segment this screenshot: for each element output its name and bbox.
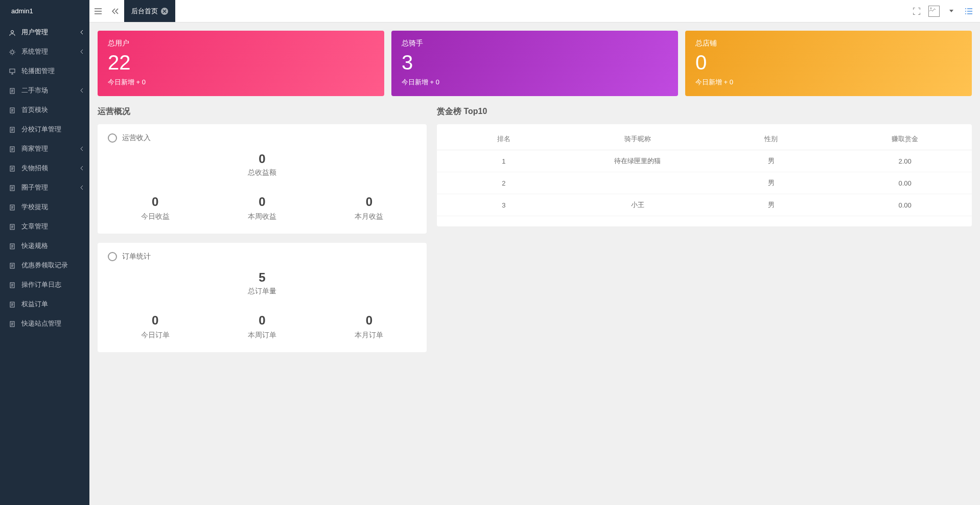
sidebar: admin1 用户管理系统管理轮播图管理二手市场首页模块分校订单管理商家管理失物… (0, 0, 89, 370)
fullscreen-button[interactable] (911, 5, 923, 17)
chevron-left-icon (80, 185, 83, 190)
ranking-title: 赏金榜 Top10 (437, 106, 972, 117)
metric-item: 0本月收益 (316, 195, 423, 221)
sidebar-header: admin1 (0, 0, 89, 22)
sidebar-item-label: 权益订单 (21, 300, 48, 308)
sidebar-item-10[interactable]: 文章管理 (0, 217, 89, 236)
doc-icon (9, 263, 17, 269)
svg-point-16 (930, 7, 931, 8)
doc-icon (9, 204, 17, 211)
card-header: 运营收入 (102, 133, 423, 147)
col-rank: 排名 (437, 128, 571, 150)
card-header-label: 订单统计 (122, 252, 151, 261)
doc-icon (9, 224, 17, 230)
close-icon (162, 9, 167, 13)
fullscreen-icon (913, 8, 920, 15)
income-total: 0 总收益额 (102, 147, 423, 181)
sidebar-item-label: 用户管理 (21, 28, 48, 36)
stat-value: 22 (108, 50, 374, 75)
cell-name (571, 172, 705, 194)
tab-home[interactable]: 后台首页 (124, 0, 175, 22)
metric-value: 0 (208, 195, 315, 209)
metric-value: 0 (102, 195, 208, 209)
card-header-label: 运营收入 (122, 133, 151, 143)
metric-label: 今日收益 (102, 212, 208, 221)
stat-sub: 今日新增 + 0 (108, 78, 374, 87)
metric-value: 0 (102, 313, 208, 328)
metric-value: 0 (316, 195, 423, 209)
metric-label: 总收益额 (102, 168, 423, 177)
metric-item: 0本周订单 (208, 313, 315, 340)
sidebar-item-6[interactable]: 商家管理 (0, 139, 89, 158)
cell-amount: 2.00 (838, 150, 972, 172)
sidebar-item-0[interactable]: 用户管理 (0, 22, 89, 42)
tab-close-button[interactable] (161, 8, 168, 15)
cell-amount: 0.00 (838, 194, 972, 216)
sidebar-item-1[interactable]: 系统管理 (0, 42, 89, 61)
doc-icon (9, 243, 17, 249)
card-header: 订单统计 (102, 252, 423, 265)
dropdown-button[interactable] (945, 5, 958, 17)
doc-icon (9, 127, 17, 133)
topbar-left: 后台首页 (89, 0, 175, 22)
income-icon (108, 133, 117, 143)
tab-label: 后台首页 (131, 7, 158, 16)
sidebar-item-8[interactable]: 圈子管理 (0, 178, 89, 197)
col-amount: 赚取赏金 (838, 128, 972, 150)
sidebar-item-label: 二手市场 (21, 86, 48, 94)
user-menu-button[interactable] (928, 5, 940, 17)
metric-value: 0 (208, 313, 315, 328)
ranking-table-card: 排名 骑手昵称 性别 赚取赏金 1待在绿匣里的猫男2.002男0.003小王男0… (437, 124, 972, 226)
cell-rank: 3 (437, 194, 571, 216)
cell-gender: 男 (705, 194, 838, 216)
avatar (928, 6, 940, 17)
sidebar-item-label: 首页模块 (21, 106, 48, 113)
overview-column: 运营概况 运营收入 0 总收益额 0今日收益0本周收益0本月收益 (98, 106, 427, 361)
metric-label: 总订单量 (102, 287, 423, 296)
sidebar-item-label: 快递站点管理 (21, 319, 61, 327)
chevron-left-icon (80, 49, 83, 54)
metric-item: 0本周收益 (208, 195, 315, 221)
sidebar-item-9[interactable]: 学校提现 (0, 197, 89, 217)
menu-toggle-button[interactable] (89, 0, 107, 22)
orders-total: 5 总订单量 (102, 265, 423, 300)
metric-value: 0 (102, 152, 423, 166)
sidebar-item-13[interactable]: 操作订单日志 (0, 275, 89, 294)
svg-rect-2 (10, 69, 15, 73)
back-button[interactable] (107, 0, 124, 22)
sidebar-item-label: 操作订单日志 (21, 281, 61, 288)
doc-icon (9, 321, 17, 327)
sidebar-item-label: 商家管理 (21, 145, 48, 152)
list-toggle-button[interactable] (963, 5, 975, 17)
sidebar-item-label: 圈子管理 (21, 183, 48, 191)
metric-value: 5 (102, 270, 423, 285)
stat-value: 3 (402, 50, 668, 75)
col-gender: 性别 (705, 128, 838, 150)
sidebar-item-4[interactable]: 首页模块 (0, 100, 89, 120)
metric-label: 本周收益 (208, 212, 315, 221)
sidebar-item-label: 文章管理 (21, 222, 48, 230)
overview-title: 运营概况 (98, 106, 427, 117)
metric-item: 0本月订单 (316, 313, 423, 340)
gears-icon (9, 49, 17, 55)
cell-gender: 男 (705, 150, 838, 172)
sidebar-item-label: 学校提现 (21, 203, 48, 211)
sidebar-item-7[interactable]: 失物招领 (0, 158, 89, 178)
sidebar-item-5[interactable]: 分校订单管理 (0, 120, 89, 139)
stat-row: 总用户 22 今日新增 + 0 总骑手 3 今日新增 + 0 总店铺 0 今日新… (98, 31, 972, 96)
sidebar-item-15[interactable]: 快递站点管理 (0, 314, 89, 333)
doc-icon (9, 185, 17, 191)
sidebar-item-2[interactable]: 轮播图管理 (0, 61, 89, 81)
stat-value: 0 (695, 50, 962, 75)
chevron-left-icon (80, 166, 83, 171)
user-icon (9, 30, 17, 36)
svg-point-1 (11, 51, 14, 54)
sidebar-item-3[interactable]: 二手市场 (0, 81, 89, 100)
caret-down-icon (949, 10, 953, 13)
chevron-left-icon (80, 146, 83, 151)
sidebar-menu: 用户管理系统管理轮播图管理二手市场首页模块分校订单管理商家管理失物招领圈子管理学… (0, 22, 89, 333)
orders-row: 0今日订单0本周订单0本月订单 (102, 313, 423, 340)
sidebar-item-12[interactable]: 优惠券领取记录 (0, 256, 89, 275)
sidebar-item-14[interactable]: 权益订单 (0, 294, 89, 314)
sidebar-item-11[interactable]: 快递规格 (0, 236, 89, 256)
